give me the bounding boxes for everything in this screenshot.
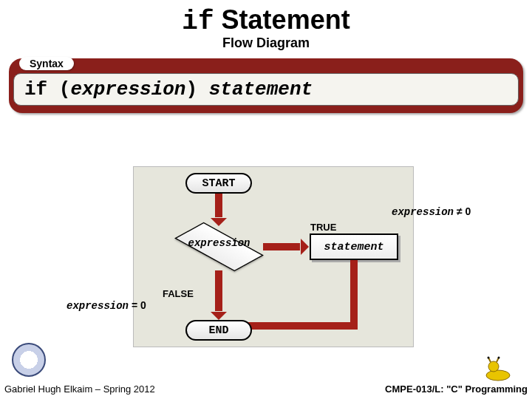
syntax-keyword: if xyxy=(24,78,47,100)
annotation-true-rest: ≠ 0 xyxy=(454,205,471,217)
flow-action-node: statement xyxy=(310,233,398,260)
university-seal-icon xyxy=(12,343,46,377)
footer-author: Gabriel Hugh Elkaim – Spring 2012 xyxy=(4,383,155,395)
svg-point-1 xyxy=(488,361,499,372)
title-keyword: if xyxy=(182,7,214,37)
flow-diagram: START expression statement END xyxy=(133,166,414,347)
annotation-false-condition: expression = 0 xyxy=(66,299,146,312)
flow-start-node: START xyxy=(185,173,252,194)
page-title: if Statement xyxy=(0,0,532,37)
arrow-decision-to-end xyxy=(215,270,222,311)
svg-point-5 xyxy=(498,357,500,359)
mascot-icon xyxy=(483,356,513,381)
syntax-code: if (expression) statement xyxy=(13,73,519,106)
annotation-false-rest: = 0 xyxy=(129,299,146,311)
arrow-action-down xyxy=(350,260,358,328)
syntax-statement: statement xyxy=(209,78,313,100)
syntax-tab-label: Syntax xyxy=(19,57,74,70)
annotation-false-label: FALSE xyxy=(163,288,194,299)
title-rest: Statement xyxy=(222,4,350,35)
footer-course: CMPE-013/L: "C" Programming xyxy=(385,383,528,395)
annotation-false-var: expression xyxy=(66,300,129,312)
annotation-true-condition: expression ≠ 0 xyxy=(392,205,471,218)
syntax-lparen: ( xyxy=(59,78,71,100)
annotation-true-label: TRUE xyxy=(310,222,336,233)
svg-point-0 xyxy=(486,370,510,381)
syntax-panel: Syntax if (expression) statement xyxy=(9,58,523,113)
arrow-start-to-decision xyxy=(215,194,222,217)
syntax-rparen: ) xyxy=(185,78,197,100)
flow-decision-node xyxy=(174,222,264,272)
page-subtitle: Flow Diagram xyxy=(0,35,532,51)
flow-end-node: END xyxy=(185,320,252,341)
arrow-decision-to-action xyxy=(263,243,300,250)
annotation-true-var: expression xyxy=(392,206,454,218)
svg-point-4 xyxy=(488,357,490,359)
syntax-expression: expression xyxy=(70,78,185,100)
